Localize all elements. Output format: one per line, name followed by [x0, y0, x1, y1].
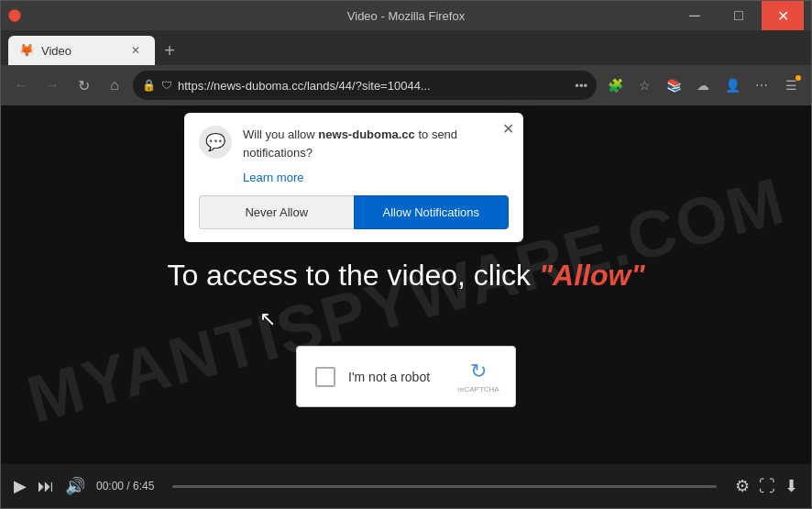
window-title: Video - Mozilla Firefox: [347, 9, 465, 23]
video-message: To access to the video, click "Allow": [167, 259, 644, 293]
title-bar-controls: ─ □ ✕: [674, 1, 804, 30]
extensions-button[interactable]: 🧩: [602, 72, 628, 98]
notification-popup: ✕ 💬 Will you allow news-duboma.cc to sen…: [184, 113, 523, 242]
browser-window: Video - Mozilla Firefox ─ □ ✕ 🦊 Video ✕ …: [0, 0, 812, 509]
recaptcha-brand: reCAPTCHA: [457, 385, 499, 393]
new-tab-button[interactable]: +: [155, 36, 184, 65]
toolbar-right: 🧩 ☆ 📚 ☁ 👤 ⋯ ☰: [602, 72, 804, 98]
recaptcha-icon: ↻: [470, 360, 487, 383]
url-display: https://news-duboma.cc/lands/44/?site=10…: [178, 79, 565, 93]
account-button[interactable]: 👤: [719, 72, 745, 98]
title-bar: Video - Mozilla Firefox ─ □ ✕: [1, 1, 811, 30]
library-button[interactable]: 📚: [661, 72, 686, 98]
allow-highlight: "Allow": [539, 259, 645, 292]
controls-right: ⚙ ⛶ ⬇: [735, 476, 798, 496]
captcha-checkbox[interactable]: [315, 367, 335, 387]
popup-icon: 💬: [199, 126, 232, 159]
more-tools-button[interactable]: ⋯: [749, 72, 774, 98]
learn-more-link[interactable]: Learn more: [243, 171, 509, 184]
tab-close-button[interactable]: ✕: [127, 42, 144, 59]
popup-header: 💬 Will you allow news-duboma.cc to send …: [199, 126, 509, 161]
captcha-box: I'm not a robot ↻ reCAPTCHA: [296, 346, 516, 407]
volume-button[interactable]: 🔊: [65, 476, 85, 496]
never-allow-button[interactable]: Never Allow: [199, 195, 354, 229]
url-more-button[interactable]: •••: [575, 79, 587, 93]
play-button[interactable]: ▶: [14, 476, 27, 496]
popup-close-button[interactable]: ✕: [502, 120, 514, 138]
active-tab[interactable]: 🦊 Video ✕: [8, 36, 155, 65]
popup-text-prefix: Will you allow: [243, 127, 318, 141]
shield-icon: 🛡: [161, 79, 172, 92]
address-bar: ← → ↻ ⌂ 🔒 🛡 https://news-duboma.cc/lands…: [1, 65, 811, 105]
security-icon: 🔒: [142, 79, 156, 92]
popup-domain: news-duboma.cc: [318, 127, 414, 141]
close-button[interactable]: ✕: [762, 1, 804, 30]
recaptcha-logo: ↻ reCAPTCHA: [460, 360, 497, 393]
fullscreen-button[interactable]: ⛶: [759, 477, 775, 496]
home-button[interactable]: ⌂: [102, 72, 127, 98]
window-close-dot: [8, 9, 21, 22]
reload-button[interactable]: ↻: [71, 72, 96, 98]
time-display: 00:00 / 6:45: [96, 480, 154, 492]
captcha-label: I'm not a robot: [348, 370, 447, 384]
video-controls: ▶ ⏭ 🔊 00:00 / 6:45 ⚙ ⛶ ⬇: [1, 464, 811, 508]
title-bar-left: [8, 9, 21, 22]
video-message-text: To access to the video, click: [167, 259, 539, 292]
allow-notifications-button[interactable]: Allow Notifications: [354, 195, 510, 229]
forward-button[interactable]: →: [39, 72, 65, 98]
settings-button[interactable]: ⚙: [735, 476, 750, 496]
popup-buttons: Never Allow Allow Notifications: [199, 195, 509, 229]
download-button[interactable]: ⬇: [785, 476, 798, 496]
sync-button[interactable]: ☁: [690, 72, 716, 98]
menu-button[interactable]: ☰: [778, 72, 804, 98]
tab-label: Video: [41, 44, 71, 58]
bookmark-button[interactable]: ☆: [631, 72, 657, 98]
progress-bar[interactable]: [172, 485, 717, 488]
next-button[interactable]: ⏭: [38, 477, 54, 496]
back-button[interactable]: ←: [8, 72, 34, 98]
minimize-button[interactable]: ─: [674, 1, 716, 30]
content-area: MYANTISPYWARE.COM To access to the video…: [1, 105, 811, 508]
popup-message: Will you allow news-duboma.cc to send no…: [243, 126, 509, 161]
tab-favicon: 🦊: [19, 43, 34, 58]
maximize-button[interactable]: □: [718, 1, 760, 30]
tab-bar: 🦊 Video ✕ +: [1, 30, 811, 65]
address-input-wrapper[interactable]: 🔒 🛡 https://news-duboma.cc/lands/44/?sit…: [133, 71, 597, 100]
